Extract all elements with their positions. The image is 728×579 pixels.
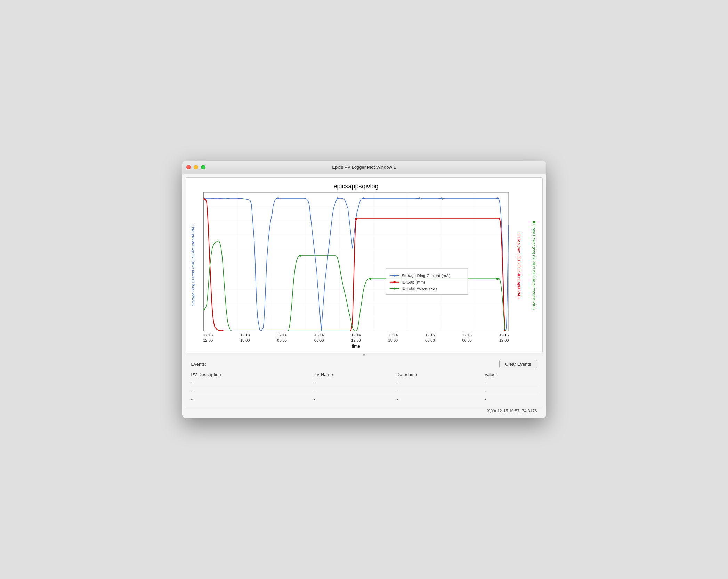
table-header-row: PV Description PV Name Date/Time Value	[191, 371, 537, 379]
svg-point-11	[496, 197, 498, 199]
table-row: - - - -	[191, 379, 537, 387]
svg-text:Storage Ring Current (mA): Storage Ring Current (mA)	[401, 273, 450, 277]
x-label-6: 12/15 00:00	[425, 333, 435, 343]
table-row: - - - -	[191, 387, 537, 395]
chart-svg: 120 100 80 60 40 20 18 17 17 16 15 14	[204, 192, 509, 331]
chart-inner[interactable]: 120 100 80 60 40 20 18 17 17 16 15 14	[203, 192, 509, 331]
svg-point-35	[393, 275, 395, 277]
svg-text:ID Gap (mm): ID Gap (mm)	[401, 280, 425, 284]
svg-point-9	[418, 197, 420, 199]
cell-pv-desc-3: -	[191, 395, 314, 403]
cell-pv-name-1: -	[314, 379, 397, 387]
x-label-0: 12/13 12:00	[203, 333, 213, 343]
x-axis-labels: 12/13 12:00 12/13 18:00 12/14 00:00 12	[203, 333, 509, 343]
x-axis-area: 12/13 12:00 12/13 18:00 12/14 00:00 12	[200, 331, 512, 349]
cell-datetime-2: -	[396, 387, 484, 395]
cell-pv-name-3: -	[314, 395, 397, 403]
x-label-5: 12/14 18:00	[388, 333, 398, 343]
cell-pv-desc-1: -	[191, 379, 314, 387]
svg-rect-0	[204, 192, 509, 331]
cell-pv-desc-2: -	[191, 387, 314, 395]
col-pv-name: PV Name	[314, 371, 397, 379]
col-datetime: Date/Time	[396, 371, 484, 379]
cell-datetime-1: -	[396, 379, 484, 387]
x-label-7: 12/15 06:00	[462, 333, 472, 343]
left-axis-label: Storage Ring Current (mA) (S:SRcurrentAI…	[186, 181, 200, 349]
window-title: Epics PV Logger Plot Window 1	[332, 165, 396, 170]
cell-datetime-3: -	[396, 395, 484, 403]
close-button[interactable]	[186, 165, 191, 169]
svg-point-41	[393, 288, 395, 290]
divider[interactable]	[186, 353, 543, 356]
table-row: - - - -	[191, 395, 537, 403]
svg-point-17	[299, 255, 301, 257]
right-axis-label-green: ID Total Power (kw) (S13ID:USID:TotalPow…	[526, 181, 542, 349]
titlebar: Epics PV Logger Plot Window 1	[182, 161, 546, 174]
traffic-lights	[186, 165, 205, 169]
col-value: Value	[484, 371, 537, 379]
cell-pv-name-2: -	[314, 387, 397, 395]
minimize-button[interactable]	[194, 165, 198, 169]
svg-point-8	[362, 197, 364, 199]
events-table: PV Description PV Name Date/Time Value -…	[191, 371, 537, 403]
svg-point-18	[369, 278, 371, 280]
svg-point-6	[277, 197, 279, 199]
svg-point-20	[496, 278, 498, 280]
svg-text:ID Total Power (kw): ID Total Power (kw)	[401, 287, 437, 291]
right-axis-label-red: ID Gap (mm) (S13ID:USID:GapM.VAL)	[512, 181, 526, 349]
main-window: Epics PV Logger Plot Window 1 Storage Ri…	[182, 161, 546, 418]
clear-events-button[interactable]: Clear Events	[499, 360, 537, 368]
svg-point-7	[336, 197, 338, 199]
x-axis-title: time	[203, 343, 509, 349]
main-content: Storage Ring Current (mA) (S:SRcurrentAI…	[182, 174, 546, 418]
maximize-button[interactable]	[201, 165, 205, 169]
col-pv-description: PV Description	[191, 371, 314, 379]
divider-handle	[363, 354, 365, 356]
status-bar: X,Y= 12-15 10:57, 74.8176	[186, 407, 543, 415]
cell-value-3: -	[484, 395, 537, 403]
svg-point-14	[355, 218, 357, 220]
x-label-8: 12/15 12:00	[499, 333, 509, 343]
x-label-4: 12/14 12:00	[351, 333, 361, 343]
chart-container: epicsapps/pvlog	[200, 181, 512, 349]
svg-point-10	[440, 197, 443, 199]
plot-area: Storage Ring Current (mA) (S:SRcurrentAI…	[186, 177, 543, 353]
cell-value-1: -	[484, 379, 537, 387]
x-label-1: 12/13 18:00	[240, 333, 250, 343]
x-label-2: 12/14 00:00	[277, 333, 287, 343]
svg-point-38	[393, 281, 395, 283]
events-header: Events: Clear Events	[191, 360, 537, 368]
events-label: Events:	[191, 362, 206, 367]
events-area: Events: Clear Events PV Description PV N…	[186, 356, 543, 407]
x-label-3: 12/14 06:00	[314, 333, 324, 343]
coordinates-display: X,Y= 12-15 10:57, 74.8176	[487, 409, 537, 413]
cell-value-2: -	[484, 387, 537, 395]
chart-title: epicsapps/pvlog	[200, 181, 512, 192]
